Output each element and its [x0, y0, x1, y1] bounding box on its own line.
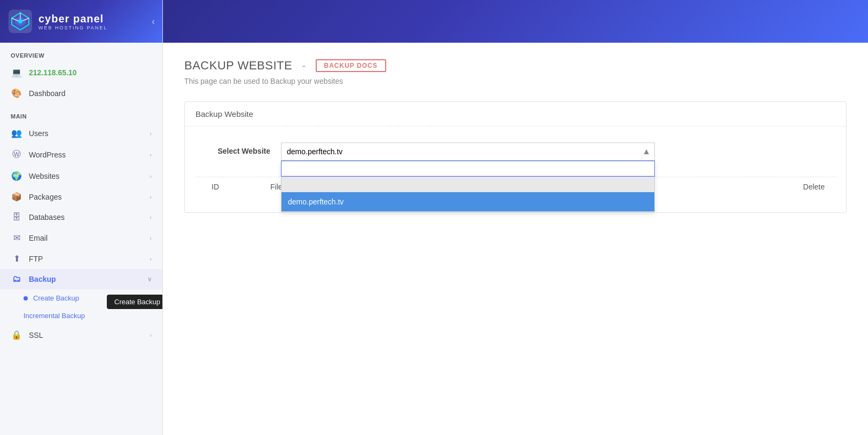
table-col-delete: Delete: [771, 183, 835, 191]
dot-icon: [24, 296, 28, 300]
chevron-right-icon: ›: [150, 194, 152, 200]
users-icon: 👥: [11, 128, 22, 138]
incremental-backup-label: Incremental Backup: [24, 312, 85, 320]
ip-address[interactable]: 212.118.65.10: [29, 68, 77, 77]
chevron-right-icon: ›: [150, 130, 152, 137]
chevron-right-icon: ›: [150, 235, 152, 241]
sidebar-item-ssl[interactable]: 🔒 SSL ›: [0, 325, 162, 345]
monitor-icon: 💻: [11, 67, 22, 77]
sidebar-item-ftp[interactable]: ⬆ FTP ›: [0, 248, 162, 269]
sidebar-header: cyber panel WEB HOSTING PANEL ‹: [0, 0, 162, 43]
page-header: BACKUP WEBSITE - BACKUP DOCS: [184, 59, 847, 73]
logo-icon: [9, 10, 32, 33]
wordpress-icon: Ⓦ: [11, 149, 22, 160]
content-area: BACKUP WEBSITE - BACKUP DOCS This page c…: [163, 43, 868, 435]
select-website-wrapper: demo.perftech.tv ▲ demo.perftech.tv: [281, 143, 655, 161]
select-website-row: Select Website demo.perftech.tv ▲ demo.p…: [196, 143, 835, 161]
dropdown-empty-row: [281, 176, 654, 192]
separator: -: [302, 59, 306, 73]
databases-label: Databases: [29, 213, 65, 222]
sidebar-item-dashboard[interactable]: 🎨 Dashboard: [0, 83, 162, 104]
backup-card: Backup Website Select Website demo.perft…: [184, 101, 847, 213]
databases-icon: 🗄: [11, 212, 22, 222]
chevron-right-icon: ›: [150, 214, 152, 220]
users-label: Users: [29, 129, 49, 138]
chevron-right-icon: ›: [150, 173, 152, 179]
sidebar: cyber panel WEB HOSTING PANEL ‹ OVERVIEW…: [0, 0, 163, 435]
page-subtitle: This page can be used to Backup your web…: [184, 77, 847, 85]
sidebar-sub-item-incremental-backup[interactable]: Incremental Backup: [0, 307, 162, 325]
packages-icon: 📦: [11, 192, 22, 202]
create-backup-tooltip: Create Backup: [107, 295, 163, 309]
logo-text: cyber panel WEB HOSTING PANEL: [38, 13, 107, 30]
backup-icon: 🗂: [11, 274, 22, 284]
sidebar-toggle-button[interactable]: ‹: [152, 16, 155, 27]
card-body: Select Website demo.perftech.tv ▲ demo.p…: [185, 126, 846, 212]
websites-icon: 🌍: [11, 171, 22, 181]
backup-label: Backup: [29, 275, 56, 283]
sidebar-item-users[interactable]: 👥 Users ›: [0, 123, 162, 144]
main-content: BACKUP WEBSITE - BACKUP DOCS This page c…: [163, 0, 868, 435]
sidebar-item-wordpress[interactable]: Ⓦ WordPress ›: [0, 144, 162, 165]
create-backup-label: Create Backup: [33, 294, 79, 302]
dropdown-search-input[interactable]: [281, 161, 654, 176]
ftp-label: FTP: [29, 255, 43, 263]
top-bar: [163, 0, 868, 43]
chevron-down-icon: ∨: [147, 276, 152, 283]
backup-docs-button[interactable]: BACKUP DOCS: [316, 59, 386, 72]
websites-label: Websites: [29, 172, 59, 180]
main-section-label: MAIN: [0, 104, 162, 123]
card-header: Backup Website: [185, 102, 846, 126]
sidebar-item-packages[interactable]: 📦 Packages ›: [0, 186, 162, 207]
sidebar-item-databases[interactable]: 🗄 Databases ›: [0, 207, 162, 227]
email-icon: ✉: [11, 233, 22, 243]
chevron-right-icon: ›: [150, 152, 152, 158]
email-label: Email: [29, 234, 48, 242]
table-col-id: ID: [196, 183, 260, 191]
wordpress-label: WordPress: [29, 151, 66, 159]
sidebar-item-websites[interactable]: 🌍 Websites ›: [0, 165, 162, 186]
ftp-icon: ⬆: [11, 254, 22, 264]
dashboard-label: Dashboard: [29, 89, 66, 98]
ssl-icon: 🔒: [11, 330, 22, 340]
page-title: BACKUP WEBSITE: [184, 59, 292, 73]
dropdown-option-demo[interactable]: demo.perftech.tv: [281, 192, 654, 211]
dropdown-popup: demo.perftech.tv: [281, 161, 655, 212]
dashboard-icon: 🎨: [11, 88, 22, 98]
sidebar-item-backup[interactable]: 🗂 Backup ∨: [0, 269, 162, 289]
select-website-label: Select Website: [196, 143, 270, 155]
chevron-right-icon: ›: [150, 256, 152, 262]
svg-point-3: [18, 19, 22, 23]
packages-label: Packages: [29, 193, 61, 201]
sidebar-sub-item-create-backup[interactable]: Create Backup Create Backup: [0, 289, 162, 307]
ssl-label: SSL: [29, 331, 43, 339]
overview-section-label: OVERVIEW: [0, 43, 162, 62]
chevron-right-icon: ›: [150, 332, 152, 338]
sidebar-item-ip[interactable]: 💻 212.118.65.10: [0, 62, 162, 83]
sidebar-item-email[interactable]: ✉ Email ›: [0, 227, 162, 248]
select-website-dropdown[interactable]: demo.perftech.tv: [281, 143, 655, 161]
